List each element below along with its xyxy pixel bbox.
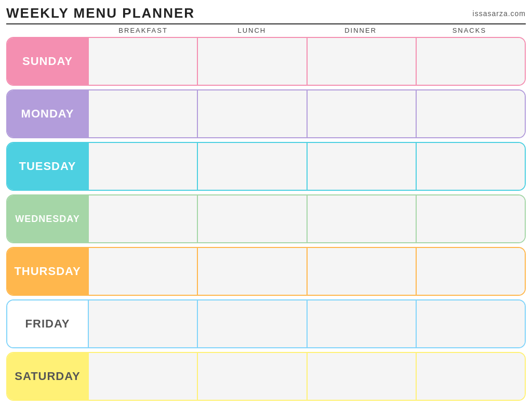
cell-tuesday-0[interactable] bbox=[88, 143, 197, 190]
cell-saturday-2[interactable] bbox=[307, 353, 416, 400]
cell-sunday-2[interactable] bbox=[307, 38, 416, 85]
day-row-friday: Friday bbox=[6, 299, 526, 348]
cell-tuesday-3[interactable] bbox=[416, 143, 525, 190]
cell-sunday-1[interactable] bbox=[197, 38, 306, 85]
cell-sunday-0[interactable] bbox=[88, 38, 197, 85]
day-label-saturday: Saturday bbox=[7, 353, 88, 400]
cell-monday-1[interactable] bbox=[197, 90, 306, 137]
column-headers: Breakfast Lunch Dinner Snacks bbox=[6, 27, 526, 34]
day-label-monday: Monday bbox=[7, 90, 88, 137]
cell-friday-3[interactable] bbox=[416, 300, 525, 347]
col-header-breakfast: Breakfast bbox=[89, 27, 197, 34]
day-row-thursday: Thursday bbox=[6, 247, 526, 296]
cell-wednesday-0[interactable] bbox=[88, 195, 197, 242]
day-row-wednesday: Wednesday bbox=[6, 194, 526, 243]
page-title: WEEKLY MENU PLANNER bbox=[6, 5, 195, 21]
cell-monday-2[interactable] bbox=[307, 90, 416, 137]
cell-thursday-2[interactable] bbox=[307, 248, 416, 295]
planner-grid: SundayMondayTuesdayWednesdayThursdayFrid… bbox=[6, 37, 526, 401]
cell-friday-0[interactable] bbox=[88, 300, 197, 347]
day-label-sunday: Sunday bbox=[7, 38, 88, 85]
cell-thursday-3[interactable] bbox=[416, 248, 525, 295]
cell-sunday-3[interactable] bbox=[416, 38, 525, 85]
cell-saturday-0[interactable] bbox=[88, 353, 197, 400]
cell-tuesday-1[interactable] bbox=[197, 143, 306, 190]
day-row-saturday: Saturday bbox=[6, 352, 526, 401]
cell-friday-1[interactable] bbox=[197, 300, 306, 347]
cell-saturday-1[interactable] bbox=[197, 353, 306, 400]
cell-friday-2[interactable] bbox=[307, 300, 416, 347]
day-label-wednesday: Wednesday bbox=[7, 195, 88, 242]
cell-tuesday-2[interactable] bbox=[307, 143, 416, 190]
day-row-monday: Monday bbox=[6, 89, 526, 138]
col-header-snacks: Snacks bbox=[415, 27, 524, 34]
day-label-tuesday: Tuesday bbox=[7, 143, 88, 190]
day-row-sunday: Sunday bbox=[6, 37, 526, 86]
day-label-thursday: Thursday bbox=[7, 248, 88, 295]
col-header-lunch: Lunch bbox=[197, 27, 306, 34]
col-header-dinner: Dinner bbox=[307, 27, 415, 34]
cell-thursday-1[interactable] bbox=[197, 248, 306, 295]
website-label: issasarza.com bbox=[473, 9, 526, 18]
cell-monday-0[interactable] bbox=[88, 90, 197, 137]
cell-monday-3[interactable] bbox=[416, 90, 525, 137]
cell-thursday-0[interactable] bbox=[88, 248, 197, 295]
day-row-tuesday: Tuesday bbox=[6, 142, 526, 191]
day-label-friday: Friday bbox=[7, 300, 88, 347]
col-header-spacer bbox=[8, 27, 89, 34]
cell-saturday-3[interactable] bbox=[416, 353, 525, 400]
cell-wednesday-2[interactable] bbox=[307, 195, 416, 242]
cell-wednesday-3[interactable] bbox=[416, 195, 525, 242]
weekly-menu-planner: WEEKLY MENU PLANNER issasarza.com Breakf… bbox=[0, 0, 532, 406]
header: WEEKLY MENU PLANNER issasarza.com bbox=[6, 5, 526, 24]
cell-wednesday-1[interactable] bbox=[197, 195, 306, 242]
